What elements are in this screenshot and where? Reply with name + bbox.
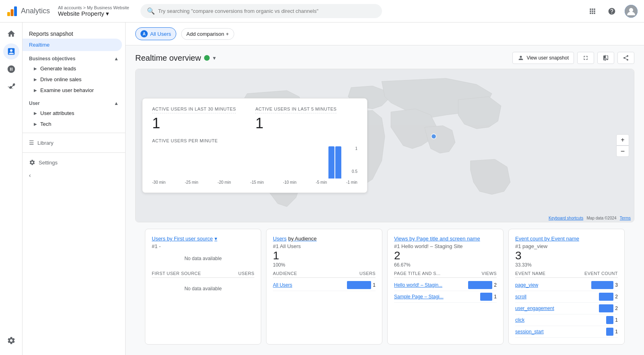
sidebar-item-library[interactable]: ☰ Library bbox=[23, 136, 125, 149]
stats-row-top: ACTIVE USERS IN LAST 30 MINUTES 1 ACTIVE… bbox=[152, 107, 357, 132]
nav-advertising[interactable] bbox=[3, 79, 19, 95]
nav-home[interactable] bbox=[3, 26, 19, 42]
card2-title[interactable]: Users by Audience bbox=[273, 236, 376, 242]
main-layout: Reports snapshot Realtime Business objec… bbox=[0, 23, 644, 355]
sidebar-item-realtime[interactable]: Realtime bbox=[23, 39, 122, 51]
per-minute-section: ACTIVE USERS PER MINUTE bbox=[152, 138, 357, 185]
user-avatar[interactable] bbox=[625, 5, 638, 18]
content-header: A All Users Add comparison + bbox=[126, 23, 644, 45]
card4-row-2: user_engagement 2 bbox=[515, 303, 618, 314]
svg-rect-2 bbox=[14, 6, 17, 16]
apps-icon-btn[interactable] bbox=[586, 5, 599, 18]
compare-btn[interactable] bbox=[597, 52, 614, 64]
card4-rank: #1 page_view bbox=[515, 243, 618, 249]
card1-title[interactable]: Users by First user source ▾ bbox=[152, 236, 254, 242]
card-first-user-source: Users by First user source ▾ #1 - No dat… bbox=[145, 229, 261, 345]
sidebar-item-examine-behavior[interactable]: ▶ Examine user behavior bbox=[23, 85, 125, 96]
sidebar-item-generate-leads[interactable]: ▶ Generate leads bbox=[23, 63, 125, 74]
sidebar-section-user[interactable]: User ▲ bbox=[23, 96, 125, 108]
sidebar-section-business[interactable]: Business objectives ▲ bbox=[23, 51, 125, 63]
card-audience: Users by Audience #1 All Users 1 100% AU… bbox=[266, 229, 382, 345]
x-label-4: -15 min bbox=[250, 180, 264, 185]
help-icon bbox=[608, 7, 616, 15]
overview-actions: View user snapshot bbox=[512, 52, 634, 64]
search-input[interactable] bbox=[158, 8, 376, 14]
card4-row-4: session_start 1 bbox=[515, 326, 618, 338]
sidebar-settings[interactable]: Settings bbox=[23, 156, 125, 169]
nav-reports[interactable] bbox=[3, 43, 19, 60]
card3-title[interactable]: Views by Page title and screen name bbox=[394, 236, 497, 242]
sidebar-item-tech[interactable]: ▶ Tech bbox=[23, 119, 125, 129]
all-users-chip[interactable]: A All Users bbox=[135, 27, 176, 40]
stats-overlay: ACTIVE USERS IN LAST 30 MINUTES 1 ACTIVE… bbox=[142, 98, 367, 193]
bar-28 bbox=[335, 146, 341, 179]
sidebar-collapse[interactable]: ‹ bbox=[23, 169, 125, 182]
map-zoom-out[interactable]: − bbox=[616, 146, 629, 157]
card3-table-header: PAGE TITLE AND S... VIEWS bbox=[394, 271, 497, 278]
nav-explore[interactable] bbox=[3, 61, 19, 77]
mini-bar bbox=[599, 293, 613, 301]
help-icon-btn[interactable] bbox=[605, 5, 618, 18]
mini-bar-wrap: 2 bbox=[599, 293, 618, 301]
chevron-icon: ▶ bbox=[34, 66, 37, 71]
expand-icon bbox=[582, 55, 589, 61]
share-icon bbox=[623, 55, 629, 61]
chevron-icon: ▶ bbox=[34, 88, 37, 92]
property-dropdown-icon: ▾ bbox=[106, 10, 109, 17]
card4-num: 3 bbox=[515, 249, 618, 262]
overview-container: Realtime overview ▾ View user snapshot bbox=[126, 45, 644, 355]
mini-bar bbox=[468, 281, 492, 289]
mini-bar-wrap: 2 bbox=[468, 281, 497, 289]
mini-bar bbox=[606, 316, 613, 324]
stat-last30: ACTIVE USERS IN LAST 30 MINUTES 1 bbox=[152, 107, 236, 132]
chevron-icon: ▶ bbox=[34, 77, 37, 82]
snapshot-icon bbox=[518, 55, 524, 61]
icon-nav bbox=[0, 23, 23, 355]
cards-row: Users by First user source ▾ #1 - No dat… bbox=[135, 229, 634, 354]
library-icon: ☰ bbox=[29, 140, 34, 146]
collapse-arrow-icon: ‹ bbox=[29, 172, 31, 179]
chip-label: All Users bbox=[150, 31, 171, 37]
card4-table-header: EVENT NAME EVENT COUNT bbox=[515, 271, 618, 278]
stat-last5-label: ACTIVE USERS IN LAST 5 MINUTES bbox=[255, 107, 336, 113]
map-controls: + − bbox=[616, 134, 629, 157]
mini-bar-wrap: 1 bbox=[347, 281, 376, 289]
status-dot bbox=[204, 55, 210, 61]
card4-title[interactable]: Event count by Event name bbox=[515, 236, 618, 242]
expand-btn[interactable] bbox=[577, 52, 594, 64]
overview-title: Realtime overview ▾ bbox=[135, 53, 216, 63]
x-label-6: -5 min bbox=[316, 180, 327, 185]
search-bar[interactable]: 🔍 bbox=[140, 4, 382, 18]
x-label-5: -10 min bbox=[283, 180, 296, 185]
view-snapshot-btn[interactable]: View user snapshot bbox=[512, 52, 574, 64]
svg-rect-1 bbox=[11, 9, 14, 16]
card1-rank: #1 - bbox=[152, 243, 254, 249]
chevron-icon: ▶ bbox=[34, 122, 37, 126]
nav-settings[interactable] bbox=[3, 332, 19, 349]
map-zoom-in[interactable]: + bbox=[616, 134, 629, 146]
dropdown-icon: ▾ bbox=[213, 55, 216, 61]
card3-row-1: Sample Page – Stagi... 1 bbox=[394, 291, 497, 303]
card3-rank: #1 Hello world! – Staging Site bbox=[394, 243, 497, 249]
mini-bar-wrap: 1 bbox=[480, 293, 497, 301]
stat-last5: ACTIVE USERS IN LAST 5 MINUTES 1 bbox=[255, 107, 336, 132]
card1-table-header: FIRST USER SOURCE USERS bbox=[152, 271, 254, 278]
chevron-icon: ▶ bbox=[34, 111, 37, 115]
settings-icon bbox=[29, 159, 35, 166]
plus-icon: + bbox=[226, 31, 229, 37]
top-nav: Analytics All accounts > My Business Web… bbox=[0, 0, 644, 23]
add-comparison-btn[interactable]: Add comparison + bbox=[181, 28, 234, 40]
realtime-label: Realtime bbox=[29, 42, 50, 48]
mini-bar-wrap: 3 bbox=[591, 281, 618, 289]
stat-last5-value: 1 bbox=[255, 115, 336, 132]
y-mid: 0.5 bbox=[352, 169, 357, 174]
x-label-3: -20 min bbox=[218, 180, 231, 185]
sidebar-divider-2 bbox=[23, 152, 125, 153]
x-label-7: -1 min bbox=[346, 180, 357, 185]
property-selector[interactable]: All accounts > My Business Website Websi… bbox=[58, 5, 129, 17]
sidebar-item-drive-sales[interactable]: ▶ Drive online sales bbox=[23, 74, 125, 85]
share-btn[interactable] bbox=[617, 52, 634, 64]
sidebar-item-user-attributes[interactable]: ▶ User attributes bbox=[23, 108, 125, 119]
app-name: Analytics bbox=[21, 7, 50, 15]
property-name[interactable]: Website Property ▾ bbox=[58, 10, 129, 17]
